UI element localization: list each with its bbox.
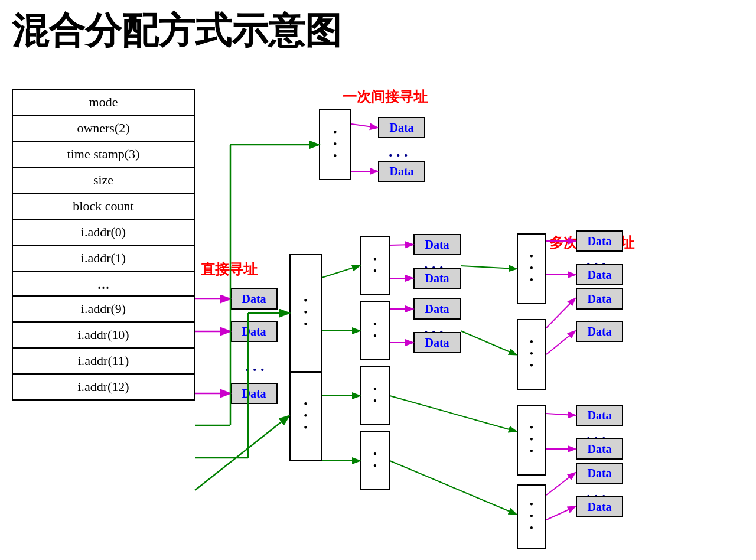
svg-line-31 bbox=[546, 507, 575, 520]
svg-line-6 bbox=[351, 124, 377, 128]
svg-line-13 bbox=[390, 245, 412, 245]
data-block-final-4: Data bbox=[576, 405, 623, 426]
indirect-block-double-sec-0: • • bbox=[360, 236, 390, 295]
data-block-final-6: Data bbox=[576, 463, 623, 484]
svg-line-23 bbox=[390, 461, 516, 514]
indirect-block-double-main: • • • bbox=[289, 254, 322, 372]
data-block-final-2: Data bbox=[576, 288, 623, 310]
data-block-di-1: Data bbox=[413, 268, 461, 289]
indirect-block-tri-ter-2: • • • bbox=[517, 405, 546, 476]
svg-line-22 bbox=[390, 396, 516, 431]
inode-row-owners: owners(2) bbox=[13, 116, 194, 142]
svg-line-26 bbox=[546, 299, 575, 328]
dots-direct: . . . bbox=[245, 357, 265, 375]
data-block-final-5: Data bbox=[576, 438, 623, 460]
dots-si: . . . bbox=[389, 143, 408, 161]
inode-row-addr12: i.addr(12) bbox=[13, 375, 194, 399]
inode-row-addr11: i.addr(11) bbox=[13, 349, 194, 375]
inode-row-addr9: i.addr(9) bbox=[13, 297, 194, 323]
label-single-indirect: 一次间接寻址 bbox=[343, 87, 428, 106]
svg-line-27 bbox=[546, 331, 575, 354]
data-block-di-3: Data bbox=[413, 332, 461, 353]
inode-row-mode: mode bbox=[13, 90, 194, 116]
data-block-final-3: Data bbox=[576, 321, 623, 342]
indirect-block-tri-ter-3: • • • bbox=[517, 484, 546, 549]
indirect-block-tri-ter-0: • • • bbox=[517, 233, 546, 304]
inode-row-addr10: i.addr(10) bbox=[13, 323, 194, 349]
indirect-block-triple-main: • • • bbox=[289, 372, 322, 461]
inode-row-blockcount: block count bbox=[13, 194, 194, 220]
data-block-final-7: Data bbox=[576, 496, 623, 517]
indirect-block-tri-ter-1: • • • bbox=[517, 319, 546, 390]
inode-row-addr1: i.addr(1) bbox=[13, 246, 194, 272]
data-block-di-2: Data bbox=[413, 298, 461, 320]
inode-table: mode owners(2) time stamp(3) size block … bbox=[12, 89, 195, 401]
svg-line-17 bbox=[195, 416, 288, 490]
indirect-block-triple-sec-0: • • bbox=[360, 366, 390, 425]
data-block-direct-9: Data bbox=[230, 383, 278, 404]
label-direct: 直接寻址 bbox=[201, 260, 258, 279]
data-block-final-1: Data bbox=[576, 264, 623, 285]
data-block-direct-1: Data bbox=[230, 321, 278, 342]
data-block-si-1: Data bbox=[378, 161, 425, 182]
inode-row-addr0: i.addr(0) bbox=[13, 220, 194, 246]
svg-line-20 bbox=[461, 266, 516, 269]
svg-line-30 bbox=[546, 473, 575, 495]
indirect-block-single: • • • bbox=[319, 109, 351, 180]
data-block-si-0: Data bbox=[378, 117, 425, 138]
inode-row-timestamp: time stamp(3) bbox=[13, 142, 194, 168]
page-title: 混合分配方式示意图 bbox=[12, 6, 341, 56]
inode-row-size: size bbox=[13, 168, 194, 194]
svg-line-21 bbox=[461, 331, 516, 354]
inode-row-dots: ... bbox=[13, 272, 194, 297]
svg-line-28 bbox=[546, 414, 575, 415]
svg-line-11 bbox=[322, 266, 359, 278]
indirect-block-double-sec-1: • • bbox=[360, 301, 390, 360]
data-block-direct-0: Data bbox=[230, 288, 278, 310]
data-block-final-0: Data bbox=[576, 230, 623, 252]
data-block-di-0: Data bbox=[413, 234, 461, 255]
indirect-block-triple-sec-1: • • bbox=[360, 431, 390, 490]
